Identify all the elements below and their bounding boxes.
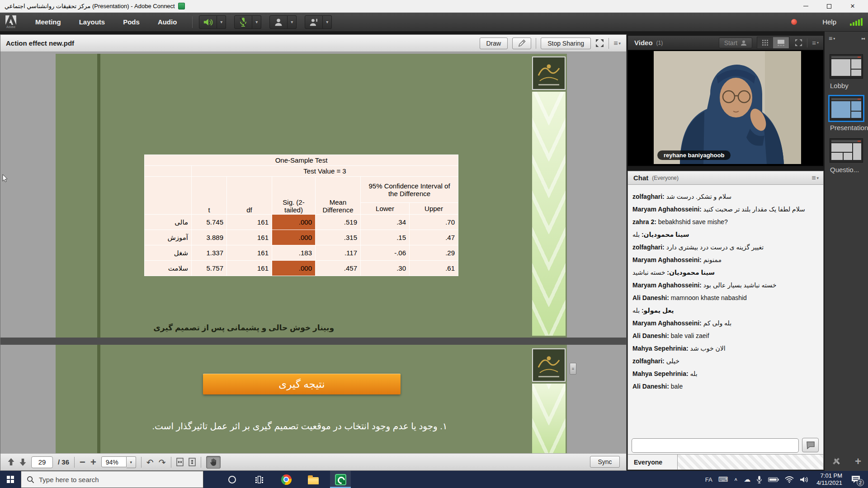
document-view[interactable]: One-Sample Test Test Value = 3 t df Sig.… [0,52,626,453]
menu-item-pods[interactable]: Pods [114,18,149,26]
table-cell-sig: .183 [272,245,316,261]
send-message-button[interactable] [802,438,819,452]
zoom-in-button[interactable]: + [90,458,96,467]
system-tray: FA ⌨ ∧ ☁ [705,472,868,487]
table-cell-lower: .30 [361,261,410,276]
touch-keyboard-icon[interactable]: ⌨ [718,475,728,483]
maximize-button[interactable] [817,0,841,12]
sidebar-layout-lobby[interactable]: Lobby [825,54,868,96]
zoom-out-button[interactable]: − [80,458,85,467]
webcam-dropdown-button[interactable]: ▾ [288,15,297,29]
table-cell-label: مالی [145,215,192,230]
video-view-toggle [757,37,789,49]
show-hidden-icons-chevron[interactable]: ∧ [734,477,738,482]
next-page-button[interactable] [19,458,26,466]
tab-everyone[interactable]: Everyone [628,455,678,469]
chat-message-input[interactable] [632,438,799,453]
redo-button[interactable]: ↷ [159,457,166,467]
menu-item-help[interactable]: Help [822,18,836,26]
taskbar-clock[interactable]: 7:01 PM 4/11/2021 [816,472,842,487]
language-indicator[interactable]: FA [705,476,712,483]
microphone-tray-icon[interactable] [756,475,762,484]
cortana-button[interactable] [222,471,242,488]
speaker-button[interactable] [199,15,217,29]
filmstrip-view-button[interactable] [773,37,789,48]
stop-sharing-button[interactable]: Stop Sharing [541,38,591,49]
close-button[interactable]: ✕ [841,0,864,12]
table-cell-df: 161 [227,245,272,261]
undo-button[interactable]: ↶ [146,457,154,467]
table-title: One-Sample Test [145,155,458,166]
raise-hand-button[interactable] [305,15,323,29]
menu-item-layouts[interactable]: Layouts [70,18,114,26]
battery-icon[interactable] [768,477,779,483]
layout-label: Questio... [825,166,868,174]
chat-pod-menu-button[interactable]: ≡▾ [811,174,819,182]
empty-cell [145,177,192,215]
layout-thumbnail[interactable] [830,54,863,79]
taskbar-search[interactable]: Type here to search [21,471,203,488]
wifi-icon[interactable] [785,476,794,483]
column-header-df: df [227,177,272,215]
fit-width-button[interactable] [176,458,184,466]
previous-page-button[interactable] [8,458,14,466]
file-explorer-button[interactable] [303,471,324,488]
pointer-tool-button[interactable] [512,38,531,49]
layout-label: Lobby [825,82,868,89]
webcam-button[interactable] [269,15,288,29]
start-button[interactable] [0,471,21,488]
layout-thumbnail[interactable] [830,138,863,163]
share-pod-menu-button[interactable]: ≡▾ [613,39,621,47]
fit-page-button[interactable] [189,458,196,466]
video-pod-menu-button[interactable]: ≡▾ [812,39,819,47]
sidebar-menu-button[interactable]: ≡▾ [829,35,835,42]
collapse-sidebar-icon[interactable]: ▸◂ [862,36,864,41]
search-icon [27,476,34,483]
slide-footer-text: وبینار خوش حالی و پشیمانی پس از تصمیم گی… [171,323,334,333]
page-gap [0,338,626,345]
windows-logo-icon [7,476,14,483]
divider [74,457,75,468]
sync-button[interactable]: Sync [590,456,620,468]
onedrive-cloud-icon[interactable]: ☁ [744,475,750,483]
action-center-button[interactable]: 2 [851,475,861,484]
microphone-dropdown-button[interactable]: ▾ [252,15,261,29]
divider [609,38,609,49]
webcam-feed[interactable]: reyhane baniyaghoob [654,51,801,164]
menu-item-meeting[interactable]: Meeting [26,18,70,26]
zoom-level-value[interactable]: 94% [101,456,127,467]
task-view-button[interactable] [249,471,269,488]
fullscreen-icon[interactable] [795,39,802,47]
menu-item-audio[interactable]: Audio [149,18,186,26]
add-layout-button[interactable]: + [855,457,861,466]
chrome-button[interactable] [276,471,297,488]
chevron-down-icon: ▾ [326,19,328,24]
speaker-dropdown-button[interactable]: ▾ [217,15,226,29]
start-webcam-button[interactable]: Start [719,38,753,48]
page-number-input[interactable] [31,456,53,468]
status-dropdown-button[interactable]: ▾ [323,15,332,29]
sidebar-layout-presentation[interactable]: Presentation [825,96,868,138]
hand-tool-button[interactable] [206,456,221,469]
chat-message: Ali Daneshi: mamnoon khaste nabashid [632,291,819,304]
recording-indicator-icon [791,19,797,25]
grid-view-button[interactable] [757,37,773,48]
draw-button[interactable]: Draw [480,38,508,49]
zoom-dropdown-button[interactable]: ▾ [127,456,136,468]
fullscreen-icon[interactable] [595,39,604,47]
sidebar-layout-questions[interactable]: Questio... [825,138,868,180]
connection-strength-icon[interactable] [850,18,863,26]
chat-message: سینا محمودیان: خسته نباشید [632,266,819,279]
minimize-button[interactable] [794,0,817,12]
table-row: سلامت5.757161.000.457.30.61 [145,261,458,276]
microphone-button[interactable] [234,15,252,29]
scrollbar-handle[interactable]: ≡ [570,363,576,375]
column-header-confidence-interval: 95% Confidence Interval of the Differenc… [361,177,458,203]
table-cell-sig: .000 [272,215,316,230]
window-titlebar: مركز تحقيقات روانشناسي اجتماعي (Presenta… [0,0,868,13]
volume-tray-icon[interactable] [800,476,809,483]
layout-thumbnail[interactable] [830,96,863,121]
layout-tools-icon[interactable] [831,456,841,466]
adobe-connect-taskbar-button[interactable] [330,471,351,488]
adobe-connect-window: مركز تحقيقات روانشناسي اجتماعي (Presenta… [0,0,868,488]
